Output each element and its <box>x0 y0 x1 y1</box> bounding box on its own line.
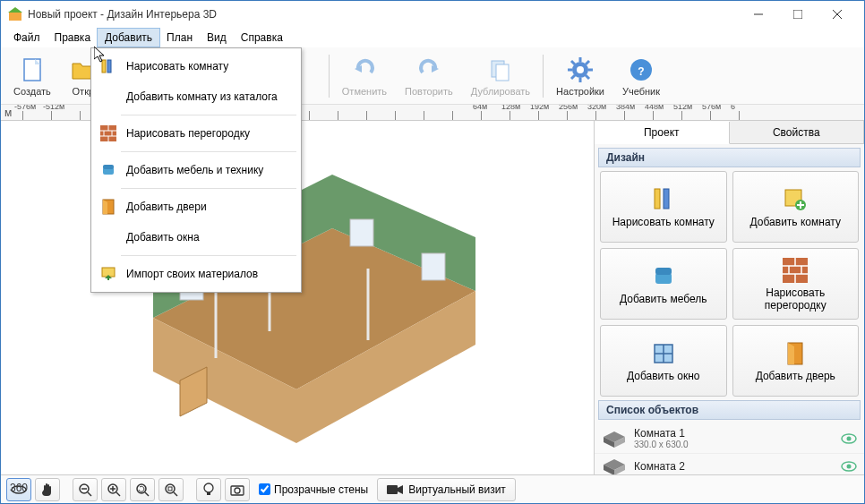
menu-separator <box>121 115 296 115</box>
draw-partition-button[interactable]: Нарисовать перегородку <box>732 248 860 320</box>
duplicate-button[interactable]: Дублировать <box>462 52 539 100</box>
brick-wall-icon <box>781 256 809 285</box>
window-title: Новый проект - Дизайн Интерьера 3D <box>28 8 739 21</box>
brick-wall-icon <box>99 124 117 142</box>
svg-rect-7 <box>102 60 106 73</box>
lightbulb-icon <box>202 483 215 497</box>
menu-item-label: Добавить двери <box>126 201 207 213</box>
help-icon: ? <box>627 56 655 84</box>
duplicate-icon <box>486 56 515 84</box>
svg-line-38 <box>586 61 589 64</box>
rotate-360-icon: 360 <box>10 483 28 497</box>
right-panel: Проект Свойства Дизайн Нарисовать комнат… <box>594 121 864 474</box>
section-design-header: Дизайн <box>598 148 861 167</box>
toolbar-separator <box>329 55 330 98</box>
menu-file[interactable]: Файл <box>6 29 47 47</box>
screenshot-button[interactable] <box>225 478 250 501</box>
menu-item-add-furniture[interactable]: Добавить мебель и технику <box>94 155 298 185</box>
draw-room-button[interactable]: Нарисовать комнату <box>600 171 727 243</box>
menu-separator <box>121 188 296 189</box>
svg-line-37 <box>586 75 589 79</box>
pencil-ruler-icon <box>649 185 678 214</box>
visibility-toggle-icon[interactable] <box>841 461 857 472</box>
zoom-in-icon <box>107 483 121 497</box>
door-icon <box>99 198 117 216</box>
armchair-icon <box>649 262 678 291</box>
menu-add[interactable]: Добавить <box>98 29 159 47</box>
menu-item-draw-room[interactable]: Нарисовать комнату <box>94 51 298 81</box>
redo-icon <box>415 56 443 84</box>
svg-rect-8 <box>107 60 111 73</box>
app-icon <box>8 7 22 21</box>
close-button[interactable] <box>818 1 857 28</box>
svg-rect-55 <box>655 189 660 209</box>
visibility-toggle-icon[interactable] <box>841 433 857 444</box>
svg-rect-52 <box>350 219 373 246</box>
svg-point-31 <box>577 66 584 73</box>
menu-view[interactable]: Вид <box>200 29 234 47</box>
undo-button[interactable]: Отменить <box>333 52 396 100</box>
zoom-out-button[interactable] <box>73 478 98 501</box>
view-360-button[interactable]: 360 <box>6 478 31 501</box>
menu-item-draw-partition[interactable]: Нарисовать перегородку <box>94 118 298 149</box>
svg-marker-74 <box>788 343 794 364</box>
add-room-button[interactable]: Добавить комнату <box>732 171 860 243</box>
add-dropdown-menu: Нарисовать комнату Добавить комнату из к… <box>90 47 302 293</box>
svg-line-91 <box>116 492 120 496</box>
svg-marker-104 <box>398 485 403 494</box>
tutorial-button[interactable]: ? Учебник <box>613 52 669 100</box>
redo-button[interactable]: Повторить <box>396 52 462 100</box>
menu-item-import-materials[interactable]: Импорт своих материалов <box>94 259 298 289</box>
pan-button[interactable] <box>35 478 60 501</box>
door-icon <box>781 339 809 368</box>
undo-icon <box>350 56 379 84</box>
room-plus-icon <box>781 185 809 214</box>
svg-text:?: ? <box>638 65 644 78</box>
virtual-visit-button[interactable]: Виртуальный визит <box>377 478 516 501</box>
gear-icon <box>566 56 595 84</box>
svg-rect-22 <box>107 278 109 280</box>
add-window-button[interactable]: Добавить окно <box>600 325 727 397</box>
menu-plan[interactable]: План <box>159 29 200 47</box>
svg-rect-100 <box>207 492 210 495</box>
settings-button[interactable]: Настройки <box>547 52 613 100</box>
menu-separator <box>121 151 296 152</box>
svg-rect-0 <box>9 13 21 21</box>
object-row[interactable]: Комната 2 <box>595 454 864 474</box>
zoom-fit-button[interactable] <box>158 478 184 501</box>
create-button[interactable]: Создать <box>4 52 60 100</box>
svg-line-88 <box>88 492 91 496</box>
tab-properties[interactable]: Свойства <box>730 121 865 143</box>
transparent-walls-input[interactable] <box>259 483 270 495</box>
svg-line-36 <box>571 61 575 64</box>
menu-edit[interactable]: Правка <box>47 29 98 47</box>
svg-line-95 <box>145 492 149 496</box>
menu-item-label: Нарисовать комнату <box>126 60 228 73</box>
menu-item-add-windows[interactable]: Добавить окна <box>94 222 298 252</box>
tab-project[interactable]: Проект <box>595 122 730 144</box>
minimize-button[interactable] <box>739 1 778 28</box>
zoom-fit-icon <box>164 483 178 497</box>
svg-point-84 <box>847 465 852 469</box>
svg-rect-56 <box>664 189 669 209</box>
menu-help[interactable]: Справка <box>234 29 290 47</box>
pencil-ruler-icon <box>99 57 117 75</box>
transparent-walls-checkbox[interactable]: Прозрачные стены <box>259 483 368 496</box>
add-door-button[interactable]: Добавить дверь <box>732 325 860 397</box>
svg-point-102 <box>235 488 240 493</box>
menu-item-add-doors[interactable]: Добавить двери <box>94 192 298 222</box>
svg-rect-53 <box>422 253 445 280</box>
object-row[interactable]: Комната 1 330.0 x 630.0 <box>595 423 864 454</box>
menu-item-add-room-catalog[interactable]: Добавить комнату из каталога <box>94 81 298 112</box>
zoom-in-button[interactable] <box>101 478 126 501</box>
svg-marker-1 <box>8 7 22 13</box>
maximize-button[interactable] <box>778 1 818 28</box>
zoom-refresh-icon <box>135 483 150 497</box>
new-file-icon <box>18 56 47 84</box>
svg-rect-62 <box>655 268 672 275</box>
window-icon <box>649 339 678 368</box>
svg-line-39 <box>571 75 575 79</box>
lighting-button[interactable] <box>196 478 221 501</box>
add-furniture-button[interactable]: Добавить мебель <box>600 248 727 320</box>
zoom-reset-button[interactable] <box>130 478 155 501</box>
